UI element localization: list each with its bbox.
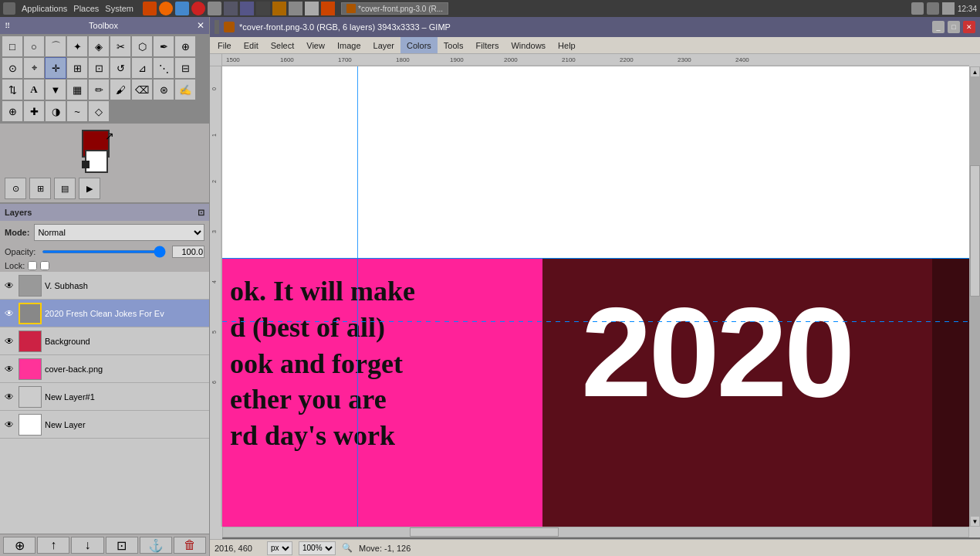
maximize-button[interactable]: □: [948, 21, 960, 33]
tool-ellipse-select[interactable]: ○: [23, 36, 45, 57]
menu-edit[interactable]: Edit: [238, 37, 265, 53]
taskbar-gimp[interactable]: *cover-front.png-3.0 (R...: [341, 2, 448, 15]
menu-colors[interactable]: Colors: [400, 37, 438, 53]
places-menu[interactable]: Places: [73, 4, 99, 13]
tool-perspective[interactable]: ⊟: [174, 57, 196, 79]
menu-view[interactable]: View: [300, 37, 331, 53]
system-menu[interactable]: System: [105, 4, 133, 13]
tool-rect-select[interactable]: □: [2, 36, 23, 57]
layers-panel-close[interactable]: ⊡: [198, 208, 204, 218]
scroll-thumb-v[interactable]: [970, 165, 980, 297]
app-icon-2[interactable]: [159, 2, 173, 15]
tool-dodge-burn[interactable]: ◑: [45, 100, 66, 122]
option-anim[interactable]: ▶: [79, 178, 100, 199]
menu-file[interactable]: File: [211, 37, 238, 53]
reset-colors-btn[interactable]: [82, 161, 90, 168]
layer-item[interactable]: 👁 V. Subhash: [0, 272, 209, 300]
app-icon-1[interactable]: [143, 2, 157, 15]
tray-icon-3[interactable]: [942, 2, 955, 15]
delete-layer-btn[interactable]: 🗑: [174, 537, 206, 554]
tool-paintbrush[interactable]: 🖌: [110, 79, 131, 100]
tool-move[interactable]: ✛: [45, 57, 66, 79]
menu-image[interactable]: Image: [331, 37, 367, 53]
tool-fuzzy-select[interactable]: ✦: [66, 36, 88, 57]
scroll-up-btn[interactable]: ▲: [970, 66, 980, 77]
menu-windows[interactable]: Windows: [505, 37, 552, 53]
app-icon-11[interactable]: [305, 2, 319, 15]
opacity-slider[interactable]: [42, 250, 166, 253]
vertical-scrollbar[interactable]: ▲ ▼: [969, 66, 980, 527]
layer-visibility-3[interactable]: 👁: [3, 363, 15, 375]
app-icon-3[interactable]: [175, 2, 189, 15]
layer-mode-select[interactable]: Normal: [34, 224, 204, 241]
app-icon-7[interactable]: [240, 2, 254, 15]
tool-color-picker[interactable]: ⊕: [174, 36, 196, 57]
scroll-down-btn[interactable]: ▼: [970, 516, 980, 527]
lock-pixels-checkbox[interactable]: [28, 261, 37, 270]
tool-eraser[interactable]: ⌫: [131, 79, 153, 100]
applications-menu[interactable]: Applications: [22, 4, 67, 13]
app-icon-12[interactable]: [321, 2, 335, 15]
menu-help[interactable]: Help: [552, 37, 582, 53]
layer-item[interactable]: 👁 Background: [0, 327, 209, 355]
tool-measure[interactable]: ⌖: [23, 57, 45, 79]
close-button[interactable]: ✕: [963, 21, 975, 33]
tray-icon-2[interactable]: [927, 2, 939, 15]
tool-bucket[interactable]: ▼: [45, 79, 66, 100]
new-layer-btn[interactable]: ⊕: [3, 537, 35, 554]
anchor-layer-btn[interactable]: ⚓: [140, 537, 172, 554]
lower-layer-btn[interactable]: ↓: [71, 537, 103, 554]
menu-select[interactable]: Select: [265, 37, 301, 53]
scroll-track-v[interactable]: [970, 77, 980, 516]
tool-blend[interactable]: ▦: [66, 79, 88, 100]
app-icon-6[interactable]: [224, 2, 238, 15]
tray-icon-1[interactable]: [911, 2, 924, 15]
lock-position-checkbox[interactable]: [40, 261, 49, 270]
tool-paths[interactable]: ✒: [153, 36, 174, 57]
layer-visibility-5[interactable]: 👁: [3, 419, 15, 431]
tool-pencil[interactable]: ✏: [88, 79, 110, 100]
tool-fg-select[interactable]: ⬡: [131, 36, 153, 57]
tool-align[interactable]: ⊞: [66, 57, 88, 79]
layer-item-active[interactable]: 👁 2020 Fresh Clean Jokes For Ev: [0, 300, 209, 327]
menu-tools[interactable]: Tools: [438, 37, 470, 53]
toolbox-close-button[interactable]: ✕: [197, 20, 204, 31]
tool-sharpen[interactable]: ◇: [88, 100, 110, 122]
tool-zoom[interactable]: ⊙: [2, 57, 23, 79]
tool-shear[interactable]: ⋱: [153, 57, 174, 79]
hscroll-track[interactable]: [222, 527, 969, 537]
option-brush[interactable]: ⊙: [5, 178, 26, 199]
layer-item[interactable]: 👁 New Layer#1: [0, 383, 209, 411]
tool-clone[interactable]: ⊕: [2, 100, 23, 122]
tool-rotate[interactable]: ↺: [110, 57, 131, 79]
swap-colors-btn[interactable]: ↗: [105, 130, 114, 142]
opacity-value-input[interactable]: [172, 246, 204, 258]
duplicate-layer-btn[interactable]: ⊡: [106, 537, 138, 554]
app-icon-5[interactable]: [208, 2, 221, 15]
layer-item[interactable]: 👁 New Layer: [0, 411, 209, 439]
tool-heal[interactable]: ✚: [23, 100, 45, 122]
layer-visibility-1[interactable]: 👁: [3, 307, 15, 320]
tool-scissors[interactable]: ✂: [110, 36, 131, 57]
tool-airbrush[interactable]: ⊛: [153, 79, 174, 100]
app-icon-10[interactable]: [289, 2, 302, 15]
tool-text[interactable]: A: [23, 79, 45, 100]
tool-free-select[interactable]: ⌒: [45, 36, 66, 57]
app-icon-4[interactable]: [191, 2, 205, 15]
unit-select[interactable]: px: [267, 541, 292, 555]
canvas-viewport[interactable]: ok. It will make d (best of all) ook and…: [222, 66, 969, 527]
app-icon-8[interactable]: [256, 2, 270, 15]
menu-filters[interactable]: Filters: [470, 37, 505, 53]
tool-flip[interactable]: ⇅: [2, 79, 23, 100]
tool-ink[interactable]: ✍: [174, 79, 196, 100]
tool-by-color[interactable]: ◈: [88, 36, 110, 57]
tool-scale[interactable]: ⊿: [131, 57, 153, 79]
layer-visibility-2[interactable]: 👁: [3, 335, 15, 348]
tool-crop[interactable]: ⊡: [88, 57, 110, 79]
menu-layer[interactable]: Layer: [367, 37, 401, 53]
minimize-button[interactable]: _: [932, 21, 945, 33]
tool-smudge[interactable]: ~: [66, 100, 88, 122]
option-pattern[interactable]: ⊞: [29, 178, 51, 199]
app-icon-9[interactable]: [272, 2, 286, 15]
layer-visibility-4[interactable]: 👁: [3, 391, 15, 403]
